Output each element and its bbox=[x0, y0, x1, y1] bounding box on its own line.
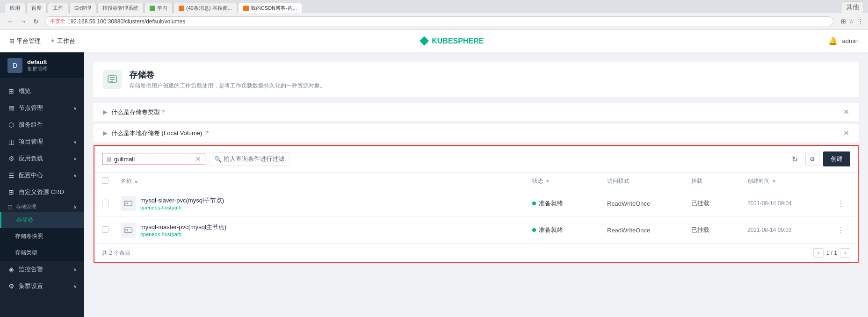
row1-subname[interactable]: openebs-hostpath bbox=[140, 205, 224, 210]
browser-tab-csdn1[interactable]: (40条消息) 谷粒商... bbox=[174, 3, 237, 13]
sidebar-item-monitoring[interactable]: ◈ 监控告警 ∨ bbox=[0, 261, 84, 278]
cluster-icon: D bbox=[7, 58, 22, 73]
crd-icon: ⊞ bbox=[7, 188, 15, 196]
total-count: 共 2 个条目 bbox=[102, 249, 130, 257]
config-arrow: ∨ bbox=[73, 173, 77, 178]
platform-management-btn[interactable]: ⊞ 平台管理 bbox=[9, 37, 41, 45]
table-header: 名称 ▲ 状态 ▼ 访问模式 挂载 创建时间 ▼ bbox=[94, 173, 858, 190]
row1-create-time: 2021-08-14 09:04 bbox=[747, 200, 832, 207]
faq-section-2[interactable]: ▶ 什么是本地存储卷 (Local Volume) ？ ✕ bbox=[94, 124, 859, 142]
extensions-button[interactable]: ⊞ bbox=[841, 18, 846, 25]
row1-status-dot bbox=[532, 202, 536, 205]
data-table: 名称 ▲ 状态 ▼ 访问模式 挂载 创建时间 ▼ bbox=[94, 172, 858, 262]
faq2-close[interactable]: ✕ bbox=[843, 129, 849, 137]
monitoring-arrow: ∨ bbox=[73, 267, 77, 272]
browser-tab-git[interactable]: Git管理 bbox=[69, 3, 96, 13]
sidebar-group-storage[interactable]: ◫ 存储管理 ∧ bbox=[0, 201, 84, 212]
storage-arrow: ∧ bbox=[73, 204, 77, 210]
monitoring-icon: ◈ bbox=[7, 266, 15, 273]
overview-icon: ⊞ bbox=[7, 87, 15, 95]
table-row: mysql-master-pvc(mysql主节点) openebs-hostp… bbox=[94, 217, 858, 244]
time-sort-icon: ▼ bbox=[772, 179, 776, 184]
refresh-button[interactable]: ↻ bbox=[788, 153, 802, 166]
col-created-time: 创建时间 ▼ bbox=[747, 177, 832, 185]
row2-more-btn[interactable]: ⋮ bbox=[832, 226, 850, 235]
row1-icon bbox=[121, 196, 136, 211]
sidebar-item-workloads[interactable]: ⚙ 应用负载 ∨ bbox=[0, 150, 84, 167]
kubesphere-logo: KUBESPHERE bbox=[420, 36, 484, 46]
projects-arrow: ∨ bbox=[73, 139, 77, 144]
pagination: ‹ 1 / 1 › bbox=[813, 248, 850, 258]
row2-subname[interactable]: openebs-hostpath bbox=[140, 231, 226, 237]
sidebar-item-service[interactable]: ⬡ 服务组件 bbox=[0, 116, 84, 133]
sidebar-item-volumes[interactable]: 存储卷 bbox=[0, 212, 84, 228]
row2-access-mode: ReadWriteOnce bbox=[607, 227, 691, 234]
browser-tab-bid[interactable]: 招投标管理系统 bbox=[97, 3, 144, 13]
page-description: 存储卷供用户创建的工作负载使用，是将工作负载数据持久化的一种资源对象。 bbox=[129, 82, 326, 90]
row2-checkbox[interactable] bbox=[102, 226, 108, 233]
bookmark-button[interactable]: ☆ bbox=[849, 18, 854, 25]
sidebar-item-overview[interactable]: ⊞ 概览 bbox=[0, 83, 84, 100]
config-icon: ☰ bbox=[7, 172, 15, 179]
workbench-btn[interactable]: ✦ 工作台 bbox=[50, 37, 75, 45]
svg-rect-4 bbox=[124, 201, 132, 206]
sidebar-item-volume-snapshots[interactable]: 存储卷快照 bbox=[0, 228, 84, 245]
address-text: 192.168.56.100:30880/clusters/default/vo… bbox=[67, 18, 185, 25]
faq2-chevron: ▶ bbox=[103, 130, 108, 137]
browser-tab-csdn2[interactable]: 我的CSDN博客-内... bbox=[238, 3, 302, 13]
new-tab-button[interactable]: 其他 bbox=[842, 1, 863, 13]
name-sort-icon: ▲ bbox=[134, 179, 138, 184]
sidebar-item-node-management[interactable]: ▦ 节点管理 ∨ bbox=[0, 100, 84, 116]
search-input[interactable] bbox=[114, 156, 193, 163]
next-page-btn[interactable]: › bbox=[840, 248, 850, 258]
content-area: 存储卷 存储卷供用户创建的工作负载使用，是将工作负载数据持久化的一种资源对象。 … bbox=[84, 52, 868, 317]
search-icon: 🔍 bbox=[214, 156, 222, 163]
prev-page-btn[interactable]: ‹ bbox=[813, 248, 824, 258]
col-status: 状态 ▼ bbox=[532, 177, 607, 185]
browser-tab-study[interactable]: 学习 bbox=[145, 3, 173, 13]
sidebar-item-crd[interactable]: ⊞ 自定义资源 CRD bbox=[0, 184, 84, 201]
faq2-label: 什么是本地存储卷 (Local Volume) ？ bbox=[111, 129, 210, 137]
browser-tab-baidu[interactable]: 百度 bbox=[26, 3, 47, 13]
settings-btn[interactable]: ⚙ bbox=[805, 153, 819, 166]
row1-checkbox[interactable] bbox=[102, 200, 108, 206]
row1-mounted: 已挂载 bbox=[691, 199, 747, 208]
search-box[interactable]: ▤ ✕ bbox=[102, 153, 205, 165]
row1-more-btn[interactable]: ⋮ bbox=[832, 199, 850, 208]
menu-button[interactable]: ⋮ bbox=[857, 18, 863, 25]
cluster-label: 集群管理 bbox=[27, 65, 48, 72]
node-arrow: ∨ bbox=[73, 106, 77, 111]
select-all-checkbox[interactable] bbox=[102, 177, 108, 184]
search-filter-area[interactable]: 🔍 输入查询条件进行过滤 bbox=[209, 152, 289, 166]
row2-name-cell: mysql-master-pvc(mysql主节点) openebs-hostp… bbox=[121, 223, 532, 238]
sidebar-item-cluster-settings[interactable]: ⚙ 集群设置 ∨ bbox=[0, 278, 84, 295]
back-button[interactable]: ← bbox=[5, 17, 16, 26]
clear-search-btn[interactable]: ✕ bbox=[195, 155, 201, 163]
sidebar-item-config[interactable]: ☰ 配置中心 ∨ bbox=[0, 167, 84, 184]
cluster-header[interactable]: D default 集群管理 bbox=[0, 52, 84, 79]
row2-icon bbox=[121, 223, 136, 238]
projects-icon: ◫ bbox=[7, 138, 15, 145]
page-icon bbox=[103, 70, 122, 89]
workbench-icon: ✦ bbox=[50, 37, 55, 44]
faq-section-1[interactable]: ▶ 什么是存储卷类型？ ✕ bbox=[94, 103, 859, 121]
row1-name[interactable]: mysql-slaver-pvc(mysql子节点) bbox=[140, 196, 224, 205]
sidebar-item-projects[interactable]: ◫ 项目管理 ∨ bbox=[0, 133, 84, 150]
platform-icon: ⊞ bbox=[9, 37, 14, 44]
row2-status: 准备就绪 bbox=[532, 226, 607, 234]
notification-icon[interactable]: 🔔 bbox=[828, 36, 838, 45]
sidebar-item-storage-classes[interactable]: 存储类型 bbox=[0, 245, 84, 261]
col-name[interactable]: 名称 ▲ bbox=[121, 177, 532, 185]
browser-tab-work[interactable]: 工作 bbox=[48, 3, 68, 13]
create-button[interactable]: 创建 bbox=[823, 151, 850, 166]
svg-rect-7 bbox=[124, 228, 132, 232]
admin-label[interactable]: admin bbox=[842, 37, 859, 44]
row2-name[interactable]: mysql-master-pvc(mysql主节点) bbox=[140, 223, 226, 231]
forward-button[interactable]: → bbox=[18, 17, 29, 26]
cluster-settings-icon: ⚙ bbox=[7, 282, 15, 290]
refresh-button[interactable]: ↻ bbox=[31, 17, 41, 26]
toolbar: ▤ ✕ 🔍 输入查询条件进行过滤 ↻ ⚙ 创建 bbox=[94, 146, 858, 172]
browser-tab-apps[interactable]: 应用 bbox=[5, 3, 25, 13]
filter-icon: ▤ bbox=[106, 156, 111, 162]
faq1-close[interactable]: ✕ bbox=[843, 108, 849, 116]
